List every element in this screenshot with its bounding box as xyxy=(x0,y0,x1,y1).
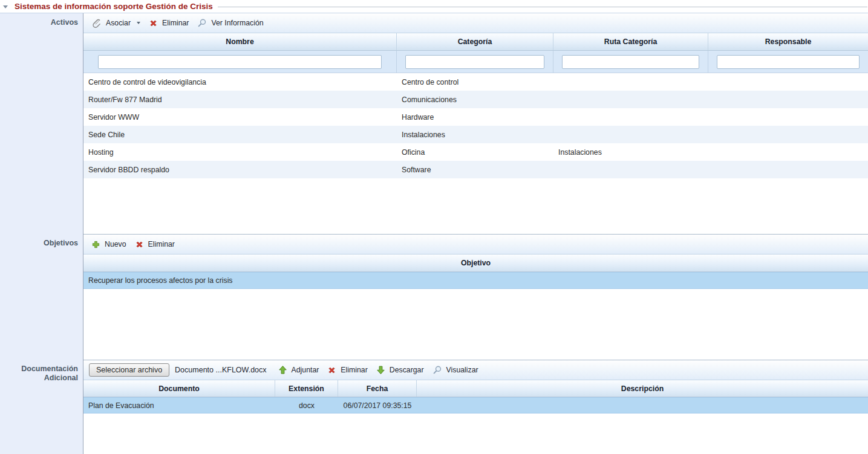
eliminar-label: Eliminar xyxy=(148,240,175,248)
documentacion-grid-header: Documento Extensión Fecha Descripción xyxy=(83,380,868,397)
visualizar-button[interactable]: Visualizar xyxy=(428,363,483,377)
plus-icon xyxy=(91,240,100,249)
paperclip-icon xyxy=(91,18,102,28)
documentacion-eliminar-button[interactable]: Eliminar xyxy=(323,363,371,377)
table-row[interactable]: Servidor WWW Hardware xyxy=(83,108,868,126)
filter-cell-responsable xyxy=(708,51,868,73)
descargar-label: Descargar xyxy=(390,366,424,374)
activos-panel: Asociar Eliminar Ver Información xyxy=(83,13,868,234)
column-header-documento[interactable]: Documento xyxy=(83,380,275,397)
activos-filter-row xyxy=(83,51,868,73)
objetivos-panel: Nuevo Eliminar Objetivo Recuperar los pr… xyxy=(83,234,868,360)
magnifier-icon xyxy=(197,18,207,28)
table-row[interactable]: Sede Chile Instalaciones xyxy=(83,126,868,143)
table-row[interactable]: Servidor BBDD respaldo Software xyxy=(83,161,868,178)
table-row-selected[interactable]: Plan de Evacuación docx 06/07/2017 09:35… xyxy=(83,397,868,413)
column-header-nombre[interactable]: Nombre xyxy=(83,33,397,50)
arrow-down-icon xyxy=(376,365,385,375)
cell-nombre: Hosting xyxy=(83,148,397,157)
cell-categoria: Instalaciones xyxy=(397,131,553,139)
documentacion-grid-body: Plan de Evacuación docx 06/07/2017 09:35… xyxy=(83,397,868,413)
adjuntar-button[interactable]: Adjuntar xyxy=(274,363,324,377)
eliminar-label: Eliminar xyxy=(341,366,367,374)
delete-cross-icon xyxy=(327,366,336,375)
nuevo-button[interactable]: Nuevo xyxy=(87,238,131,251)
objetivos-toolbar: Nuevo Eliminar xyxy=(83,235,868,255)
cell-documento: Plan de Evacuación xyxy=(83,401,275,410)
collapse-icon[interactable] xyxy=(3,5,8,8)
column-header-categoria[interactable]: Categoría xyxy=(397,33,553,50)
table-row[interactable]: Router/Fw 877 Madrid Comunicaciones xyxy=(83,91,868,108)
cell-fecha: 06/07/2017 09:35:15 xyxy=(338,401,417,410)
filter-cell-ruta-categoria xyxy=(553,51,708,73)
chevron-down-icon[interactable] xyxy=(137,22,140,24)
column-header-fecha[interactable]: Fecha xyxy=(338,380,417,397)
selected-file-name: Documento ...KFLOW.docx xyxy=(175,366,266,374)
table-row-selected[interactable]: Recuperar los procesos afectos por la cr… xyxy=(83,272,868,289)
cell-nombre: Servidor WWW xyxy=(83,113,397,122)
column-header-ruta-categoria[interactable]: Ruta Categoría xyxy=(553,33,708,50)
documentacion-toolbar: Seleccionar archivo Documento ...KFLOW.d… xyxy=(83,360,868,380)
fieldset-legend: Sistemas de información soporte Gestión … xyxy=(0,0,868,13)
documentacion-label-line2: Adicional xyxy=(0,374,78,383)
page-title: Sistemas de información soporte Gestión … xyxy=(15,2,213,11)
asociar-label: Asociar xyxy=(106,19,131,27)
cell-categoria: Comunicaciones xyxy=(397,96,553,104)
column-header-extension[interactable]: Extensión xyxy=(275,380,338,397)
cell-categoria: Software xyxy=(397,166,553,174)
filter-cell-categoria xyxy=(397,51,553,73)
cell-extension: docx xyxy=(275,401,338,410)
section-documentacion: Documentación Adicional Seleccionar arch… xyxy=(0,360,868,454)
documentacion-label-line1: Documentación xyxy=(0,365,78,374)
ver-informacion-button[interactable]: Ver Información xyxy=(193,16,267,30)
adjuntar-label: Adjuntar xyxy=(292,366,319,374)
section-objetivos: Objetivos Nuevo Eliminar Objetivo xyxy=(0,234,868,360)
filter-input-nombre[interactable] xyxy=(98,55,382,69)
cell-objetivo: Recuperar los procesos afectos por la cr… xyxy=(83,276,868,285)
activos-grid-body: Centro de control de videovigilancia Cen… xyxy=(83,73,868,178)
filter-input-categoria[interactable] xyxy=(405,55,544,69)
activos-toolbar: Asociar Eliminar Ver Información xyxy=(83,13,868,33)
cell-categoria: Hardware xyxy=(397,113,553,122)
activos-grid-header: Nombre Categoría Ruta Categoría Responsa… xyxy=(83,33,868,51)
column-header-responsable[interactable]: Responsable xyxy=(708,33,868,50)
filter-input-responsable[interactable] xyxy=(717,55,860,69)
cell-nombre: Router/Fw 877 Madrid xyxy=(83,96,397,104)
asociar-button[interactable]: Asociar xyxy=(87,16,145,31)
visualizar-label: Visualizar xyxy=(446,366,478,374)
activos-label: Activos xyxy=(0,13,83,234)
cell-categoria: Oficina xyxy=(397,148,553,157)
nuevo-label: Nuevo xyxy=(105,240,126,248)
activos-eliminar-button[interactable]: Eliminar xyxy=(145,16,193,30)
documentacion-panel: Seleccionar archivo Documento ...KFLOW.d… xyxy=(83,360,868,454)
section-activos: Activos Asociar Eliminar xyxy=(0,13,868,234)
table-row[interactable]: Hosting Oficina Instalaciones xyxy=(83,143,868,161)
column-header-descripcion[interactable]: Descripción xyxy=(417,380,868,397)
descargar-button[interactable]: Descargar xyxy=(372,363,428,377)
legend-divider xyxy=(218,7,867,7)
objetivos-grid-header: Objetivo xyxy=(83,255,868,272)
cell-nombre: Sede Chile xyxy=(83,131,397,139)
column-header-objetivo[interactable]: Objetivo xyxy=(83,255,868,271)
documentacion-label: Documentación Adicional xyxy=(0,360,83,454)
arrow-up-icon xyxy=(278,365,287,375)
cell-categoria: Centro de control xyxy=(397,78,553,86)
table-row[interactable]: Centro de control de videovigilancia Cen… xyxy=(83,73,868,91)
cell-ruta-categoria: Instalaciones xyxy=(553,148,708,157)
ver-informacion-label: Ver Información xyxy=(211,19,263,27)
main-content: Activos Asociar Eliminar xyxy=(0,13,868,454)
magnifier-icon xyxy=(432,365,442,375)
cell-nombre: Centro de control de videovigilancia xyxy=(83,78,397,86)
filter-cell-nombre xyxy=(83,51,397,73)
filter-input-ruta-categoria[interactable] xyxy=(562,55,699,69)
eliminar-label: Eliminar xyxy=(162,19,189,27)
delete-cross-icon xyxy=(135,240,144,249)
delete-cross-icon xyxy=(149,19,158,28)
objetivos-eliminar-button[interactable]: Eliminar xyxy=(131,238,179,251)
objetivos-label: Objetivos xyxy=(0,234,83,360)
objetivos-grid-body: Recuperar los procesos afectos por la cr… xyxy=(83,272,868,289)
seleccionar-archivo-button[interactable]: Seleccionar archivo xyxy=(89,363,169,377)
cell-nombre: Servidor BBDD respaldo xyxy=(83,166,397,174)
